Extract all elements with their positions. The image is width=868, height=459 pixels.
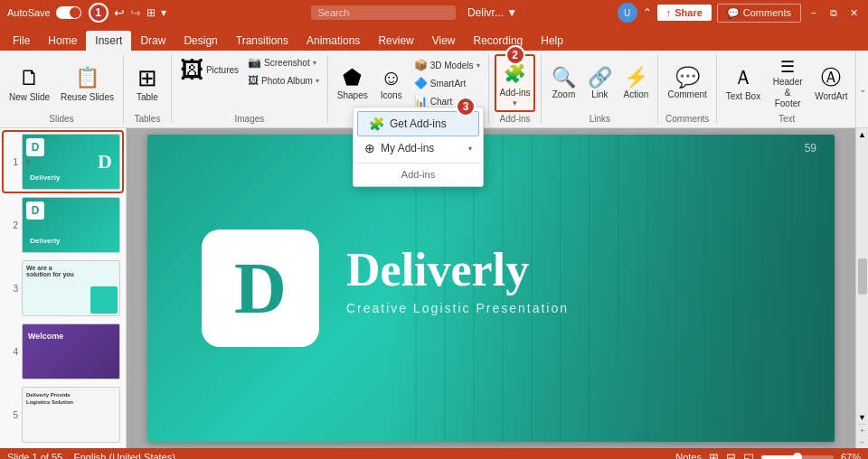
tab-home[interactable]: Home — [39, 31, 86, 51]
tab-transitions[interactable]: Transitions — [227, 31, 297, 51]
reuse-slides-btn[interactable]: 📋 Reuse Slides — [57, 61, 118, 106]
scroll-track[interactable] — [858, 141, 867, 411]
3d-models-btn[interactable]: 📦 3D Models ▾ — [411, 57, 483, 73]
icons-btn[interactable]: ☺ Icons — [375, 62, 408, 104]
main-scrollbar[interactable]: ▲ ▼ + − — [855, 128, 868, 448]
close-btn[interactable]: ✕ — [846, 5, 861, 20]
icons-label: Icons — [381, 90, 402, 101]
scroll-up-btn[interactable]: ▲ — [856, 128, 868, 141]
pictures-btn[interactable]: 🖼 Pictures — [177, 54, 241, 86]
more-btn[interactable]: ▾ — [161, 6, 166, 19]
thumb-icon-1: D — [26, 138, 44, 156]
zoom-handle[interactable] — [793, 453, 802, 459]
autosave-toggle[interactable] — [56, 6, 81, 19]
presenter-view-btn[interactable]: ◱ — [743, 451, 754, 460]
photo-album-btn[interactable]: 🖼 Photo Album ▾ — [245, 72, 322, 89]
slide-item-4[interactable]: 4 Welcome — [4, 322, 122, 381]
share-button[interactable]: ↑ Share — [657, 5, 712, 21]
autosave-label: AutoSave — [7, 7, 51, 18]
ribbon-collapse-btn[interactable]: ⌃ — [643, 6, 652, 19]
tables-group-content: ⊞ Table — [129, 54, 165, 112]
slide-item-5[interactable]: 5 Deliverly ProvideLogistics Solution — [4, 385, 122, 445]
zoom-btn[interactable]: 🔍 Zoom — [547, 63, 580, 103]
status-right: Notes ⊞ ⊟ ◱ 67% — [675, 451, 861, 460]
slide-subtitle: Creative Logistic Presentation — [346, 301, 569, 315]
tab-draw[interactable]: Draw — [131, 31, 175, 51]
icons-icon: ☺ — [380, 65, 402, 90]
ribbon-tabs: File Home Insert Draw Design Transitions… — [0, 25, 868, 51]
tab-design[interactable]: Design — [175, 31, 226, 51]
links-group-content: 🔍 Zoom 🔗 Link ⚡ Action — [547, 54, 652, 112]
customize-btn[interactable]: ⊞ — [146, 6, 156, 19]
annotation-3: 3 — [456, 97, 476, 117]
tab-animations[interactable]: Animations — [297, 31, 369, 51]
chart-label: 📊 Chart — [414, 95, 452, 108]
slides-group-label: Slides — [49, 114, 73, 124]
slide-title: Deliverly — [346, 247, 569, 294]
screenshot-btn[interactable]: 📷 Screenshot ▾ — [245, 54, 322, 70]
textbox-btn[interactable]: Ａ Text Box — [722, 61, 764, 105]
slide-panel[interactable]: 1 ★ D Deliverly D 2 D Deliverly 3 We are… — [0, 128, 127, 448]
table-label: Table — [137, 92, 158, 103]
chart-icon: 📊 — [414, 95, 428, 108]
slide-item-1[interactable]: 1 ★ D Deliverly D — [4, 132, 122, 192]
slide-thumb-3: We are asolution for you — [22, 260, 120, 316]
dropdown-section-label: Add-ins — [354, 166, 483, 183]
ribbon-group-images: 🖼 Pictures 📷 Screenshot ▾ 🖼 Photo Album … — [172, 54, 328, 124]
notes-btn[interactable]: Notes — [675, 452, 702, 459]
slide-content: D Deliverly Creative Logistic Presentati… — [127, 128, 855, 448]
slide-number-5: 5 — [5, 410, 18, 420]
tab-insert[interactable]: Insert — [86, 31, 131, 51]
restore-btn[interactable]: ⧉ — [826, 5, 841, 20]
scroll-down-btn[interactable]: ▼ — [856, 411, 868, 424]
slide-star-1: ★ — [24, 158, 31, 166]
avatar[interactable]: U — [618, 3, 637, 23]
new-slide-icon: 🗋 — [15, 63, 44, 92]
minimize-btn[interactable]: − — [807, 5, 821, 20]
wordart-label: WordArt — [815, 91, 848, 102]
header-footer-btn[interactable]: ☰ Header & Footer — [768, 54, 807, 112]
scroll-extra-btn1[interactable]: + — [858, 424, 866, 436]
links-group-label: Links — [590, 114, 610, 124]
scroll-extra-btn2[interactable]: − — [858, 436, 866, 448]
grid-view-btn[interactable]: ⊟ — [726, 451, 736, 460]
ribbon-group-links: 🔍 Zoom 🔗 Link ⚡ Action Links — [542, 54, 658, 124]
link-btn[interactable]: 🔗 Link — [583, 63, 616, 103]
action-btn[interactable]: ⚡ Action — [619, 63, 652, 103]
ribbon-scroll-btn[interactable]: ⌄ — [855, 51, 868, 127]
slide-view-btn[interactable]: ⊞ — [709, 451, 719, 460]
zoom-slider[interactable] — [761, 455, 834, 459]
tab-file[interactable]: File — [4, 31, 39, 51]
my-addins-label: My Add-ins — [381, 142, 434, 155]
my-addins-icon: ⊕ — [364, 141, 375, 155]
smartart-btn[interactable]: 🔷 SmartArt — [411, 75, 483, 91]
slide-item-3[interactable]: 3 We are asolution for you — [4, 258, 122, 318]
header-footer-icon: ☰ — [780, 57, 795, 77]
thumb-text-2: Deliverly — [30, 237, 60, 245]
slide-item-2[interactable]: 2 D Deliverly — [4, 195, 122, 255]
get-addins-label: Get Add-ins — [390, 117, 447, 130]
comment-btn[interactable]: 💬 Comment — [664, 63, 710, 103]
scroll-thumb[interactable] — [858, 258, 867, 295]
thumb-text-5: Deliverly ProvideLogistics Solution — [26, 391, 73, 407]
my-addins-item[interactable]: ⊕ My Add-ins ▾ — [354, 136, 483, 160]
action-label: Action — [624, 89, 649, 100]
zoom-icon: 🔍 — [552, 66, 576, 89]
slide-number-2: 2 — [5, 220, 18, 230]
shapes-btn[interactable]: ⬟ Shapes — [334, 62, 372, 104]
get-addins-icon: 🧩 — [369, 117, 384, 131]
undo-btn[interactable]: ↩ — [114, 5, 125, 20]
action-icon: ⚡ — [624, 66, 648, 89]
comments-group-content: 💬 Comment — [664, 54, 710, 112]
search-input[interactable] — [311, 5, 456, 20]
table-btn[interactable]: ⊞ Table — [129, 61, 165, 106]
tab-view[interactable]: View — [423, 31, 465, 51]
slide-title-area: Deliverly Creative Logistic Presentation — [346, 247, 569, 315]
redo-btn[interactable]: ↪ — [130, 5, 141, 20]
new-slide-btn[interactable]: 🗋 New Slide — [5, 61, 53, 106]
wordart-btn[interactable]: Ⓐ WordArt — [811, 61, 852, 105]
tab-review[interactable]: Review — [369, 31, 422, 51]
comments-button[interactable]: 💬 Comments — [717, 4, 801, 23]
slide-thumb-5: Deliverly ProvideLogistics Solution — [22, 387, 120, 443]
tab-help[interactable]: Help — [532, 31, 572, 51]
